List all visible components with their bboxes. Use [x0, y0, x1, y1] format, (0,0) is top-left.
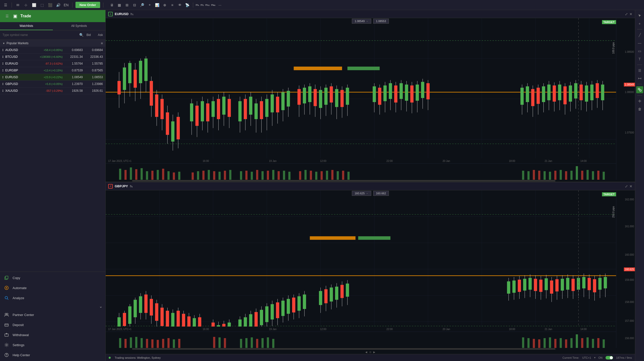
section-action-icon[interactable]: ≡: [101, 41, 103, 45]
svg-rect-337: [550, 281, 553, 294]
grid-icon[interactable]: ⊞: [124, 2, 130, 8]
symbol-bid: 0.87539: [63, 69, 83, 72]
search-icon[interactable]: 🔎: [139, 2, 145, 8]
search-input[interactable]: [3, 33, 76, 37]
gbpjpy-pips-label: 250.0 pips: [612, 206, 615, 218]
eurusd-price-left[interactable]: 1.08549 →: [352, 19, 371, 24]
tab-all-symbols[interactable]: All Symbols: [53, 22, 106, 30]
rt-cursor-icon[interactable]: [636, 12, 643, 19]
indicator-icon[interactable]: 📊: [154, 2, 160, 8]
gbpjpy-timeframe[interactable]: h₁: [130, 185, 133, 188]
nav-item-copy[interactable]: Copy: [0, 273, 105, 283]
eurusd-price-right[interactable]: 1.08553: [373, 19, 389, 24]
svg-rect-179: [192, 172, 194, 180]
volume-icon[interactable]: 🔊: [55, 2, 61, 8]
symbol-row-eurgbp[interactable]: EURGBP +13.4 (+0.15%) 0.87539 0.87565: [0, 67, 105, 74]
new-order-button[interactable]: New Order: [75, 2, 100, 8]
status-dot: [109, 357, 111, 359]
scroll-right-btn[interactable]: ▶: [373, 351, 375, 353]
window-icon[interactable]: ⬚: [39, 2, 45, 8]
more-icon[interactable]: ···: [217, 2, 223, 8]
gbpjpy-price-left[interactable]: 160.625 →: [352, 191, 371, 196]
nav-item-partner[interactable]: Partner Center: [0, 310, 105, 320]
tf-m5[interactable]: m₅: [200, 3, 204, 7]
eurusd-scrollbar[interactable]: [106, 180, 635, 182]
zoom-icon[interactable]: ⌖: [147, 2, 153, 8]
nav-item-analyze[interactable]: Analyze: [0, 293, 105, 303]
toggle-switch[interactable]: [606, 356, 613, 359]
sidebar-menu-icon[interactable]: ☰: [4, 13, 10, 19]
rt-measure-icon[interactable]: [636, 75, 643, 82]
signal-icon[interactable]: 📡: [184, 2, 190, 8]
svg-rect-149: [564, 86, 567, 104]
toggle-track[interactable]: [606, 356, 613, 359]
eurusd-close-btn[interactable]: ✕: [629, 12, 632, 16]
nav-item-automate[interactable]: Automate: [0, 283, 105, 293]
candle-icon[interactable]: ▦: [116, 2, 123, 8]
gbpjpy-scrollbar[interactable]: [106, 348, 635, 350]
menu-icon[interactable]: ☰: [3, 2, 9, 8]
scroll-home-btn[interactable]: ⊙: [369, 351, 371, 353]
svg-rect-311: [324, 289, 328, 303]
nav-item-settings[interactable]: Settings: [0, 340, 105, 350]
svg-rect-315: [335, 287, 338, 300]
svg-rect-343: [566, 278, 569, 290]
rt-fib-icon[interactable]: [636, 67, 643, 74]
svg-rect-364: [135, 337, 137, 348]
lang-icon[interactable]: EN: [63, 2, 69, 8]
rt-line-icon[interactable]: ╱: [636, 31, 643, 38]
layers-icon[interactable]: ≡: [169, 2, 175, 8]
nav-item-deposit[interactable]: Deposit: [0, 320, 105, 330]
mail-icon[interactable]: ✉: [15, 2, 21, 8]
svg-rect-213: [554, 171, 556, 180]
cursor-icon[interactable]: ⊹: [23, 2, 29, 8]
gj-time-2: 16:00: [203, 328, 209, 331]
rt-crosshair-icon[interactable]: +: [636, 20, 643, 27]
tf-m30[interactable]: m₃₀: [211, 3, 215, 7]
rt-hline-icon[interactable]: —: [636, 39, 643, 47]
section-popular-markets[interactable]: ▼ Popular Markets ≡: [0, 40, 105, 47]
layout-icon[interactable]: ⬛: [47, 2, 53, 8]
symbol-row-euraud[interactable]: EURAUD -97.3 (-0.62%) 1.55764 1.55785: [0, 60, 105, 67]
symbol-row-eurusd[interactable]: EURUSD +23.9 (+0.22%) 1.08549 1.08553: [0, 74, 105, 81]
symbol-row-btcusd[interactable]: BTCUSD +138300 (+6.60%) 22331.34 22336.4…: [0, 54, 105, 60]
eurusd-symbol-icon: A: [108, 12, 113, 16]
gbpjpy-price-axis: 162.000 161.000 160.000 159.000 158.000 …: [616, 190, 635, 348]
svg-rect-389: [554, 339, 556, 348]
nav-item-help[interactable]: Help Center: [0, 350, 105, 360]
symbol-row-audusd[interactable]: AUDUSD +58.4 (+0.85%) 0.69683 0.69684: [0, 47, 105, 54]
svg-rect-378: [251, 337, 253, 348]
chart-icon[interactable]: ⬜: [31, 2, 37, 8]
timezone-dropdown-icon[interactable]: ▾: [594, 356, 595, 359]
gbpjpy-expand-btn[interactable]: ⤢: [625, 184, 628, 188]
eurusd-expand-btn[interactable]: ⤢: [625, 12, 628, 16]
svg-rect-241: [358, 236, 390, 240]
rt-rect-icon[interactable]: ▭: [636, 48, 643, 55]
tab-watchlists[interactable]: Watchlists: [0, 22, 53, 30]
nav-item-withdrawal[interactable]: Withdrawal: [0, 330, 105, 340]
gbpjpy-price-right[interactable]: 160.662: [373, 191, 389, 196]
nav-expand-icon[interactable]: ⌄: [99, 304, 102, 309]
rt-zoom-icon[interactable]: [636, 86, 643, 93]
gbpjpy-close-btn[interactable]: ✕: [629, 184, 632, 188]
symbol-row-gbpusd[interactable]: GBPUSD +5.8 (+0.05%) 1.23970 1.23986: [0, 81, 105, 87]
rt-text-icon[interactable]: T: [636, 56, 643, 63]
tf-m1[interactable]: m₁: [196, 3, 199, 7]
svg-rect-159: [590, 84, 593, 100]
rt-delete-icon[interactable]: 🗑: [636, 106, 643, 113]
eye-icon[interactable]: 👁: [177, 2, 183, 8]
monitor-icon[interactable]: 🖥: [109, 2, 115, 8]
timezone-value[interactable]: UTC+1: [582, 356, 591, 359]
rt-settings-icon[interactable]: [636, 98, 643, 105]
svg-rect-153: [574, 83, 577, 99]
eurusd-timeframe[interactable]: h₁: [131, 12, 134, 16]
sidebar-nav: Copy Automate Analyze: [0, 272, 105, 361]
symbol-row-xauusd[interactable]: XAUUSD -557 (-0.29%) 1926.58 1926.61: [0, 87, 105, 94]
scroll-left-btn[interactable]: ◀: [365, 351, 367, 353]
tf-m15[interactable]: m₁₅: [205, 3, 210, 7]
search-submit-icon[interactable]: 🔍: [78, 32, 85, 38]
svg-rect-395: [587, 337, 589, 348]
social-icon[interactable]: ⊕: [162, 2, 168, 8]
svg-rect-29: [347, 67, 380, 70]
heatmap-icon[interactable]: ⊟: [132, 2, 138, 8]
